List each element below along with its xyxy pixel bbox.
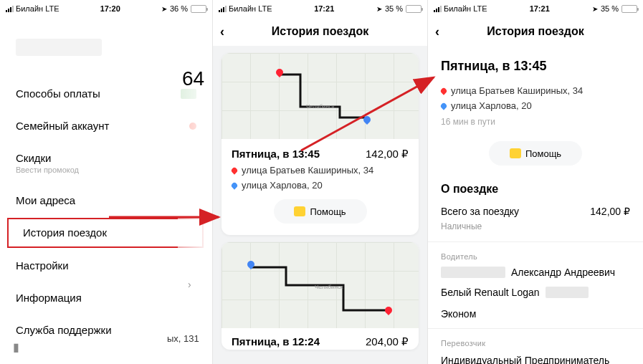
trip-heading: Пятница, в 13:45 bbox=[428, 46, 643, 81]
bookmark-icon[interactable]: ▮ bbox=[13, 340, 19, 354]
redacted-surname bbox=[441, 267, 505, 278]
carrier-label: Билайн bbox=[16, 4, 43, 13]
help-button[interactable]: Помощь bbox=[489, 141, 582, 166]
peek-address: ых, 131 bbox=[167, 333, 199, 344]
clock: 17:20 bbox=[100, 4, 120, 13]
trip-from: улица Братьев Кашириных, 34 bbox=[232, 165, 409, 176]
menu-discounts-sub: Ввести промокод bbox=[16, 166, 79, 174]
battery-icon bbox=[621, 5, 637, 13]
trip-to-text: улица Харлова, 20 bbox=[242, 180, 323, 191]
location-icon: ➤ bbox=[376, 5, 382, 13]
clock: 17:21 bbox=[314, 4, 334, 13]
network-label: LTE bbox=[45, 4, 59, 13]
help-button[interactable]: Помощь bbox=[274, 199, 367, 224]
driver-name-row: Александр Андреевич bbox=[428, 264, 643, 281]
carrier-label: Билайн bbox=[229, 4, 256, 13]
menu-info-label: Информация bbox=[16, 292, 82, 304]
navbar: ‹ История поездок bbox=[213, 17, 427, 46]
signal-icon bbox=[219, 6, 227, 12]
tariff-row: Эконом bbox=[428, 304, 643, 324]
trip-duration: 16 мин в пути bbox=[428, 111, 643, 130]
profile-placeholder bbox=[16, 39, 102, 56]
battery-pct: 35 % bbox=[601, 4, 619, 13]
carrier-row: Индивидуальный Предприниматель bbox=[428, 350, 643, 364]
screen-trip-detail: Билайн LTE 17:21 ➤ 35 % ‹ История поездо… bbox=[428, 0, 643, 364]
battery-icon bbox=[406, 5, 421, 13]
chevron-right-icon: › bbox=[188, 279, 191, 290]
menu-family-label: Семейный аккаунт bbox=[16, 120, 109, 132]
status-bar: Билайн LTE 17:21 ➤ 35 % bbox=[428, 0, 643, 17]
page-title: История поездок bbox=[487, 25, 584, 38]
trip-card[interactable]: Челябинск Пятница, в 12:24 204,00 ₽ bbox=[222, 242, 419, 350]
battery-pct: 36 % bbox=[170, 4, 188, 13]
back-button[interactable]: ‹ bbox=[220, 24, 224, 39]
trip-from-text: улица Братьев Кашириных, 34 bbox=[242, 165, 373, 176]
total-value: 142,00 ₽ bbox=[590, 206, 630, 217]
map-city-label: Челябинск bbox=[306, 103, 334, 110]
menu-discounts-label: Скидки bbox=[16, 152, 79, 164]
route-line bbox=[272, 67, 372, 125]
battery-pct: 35 % bbox=[385, 4, 403, 13]
chat-icon bbox=[510, 148, 521, 158]
navbar: ‹ История поездок bbox=[428, 17, 643, 46]
menu-settings-label: Настройки bbox=[16, 259, 69, 272]
origin-dot-icon bbox=[230, 166, 238, 174]
trip-datetime: Пятница, в 12:24 bbox=[232, 335, 320, 348]
driver-section-label: Водитель bbox=[428, 246, 643, 264]
trip-map: Челябинск bbox=[222, 242, 419, 328]
screen-menu: Билайн LTE 17:20 ➤ 36 % Способы оплаты С… bbox=[0, 0, 213, 364]
status-bar: Билайн LTE 17:20 ➤ 36 % bbox=[0, 0, 212, 17]
dest-dot-icon bbox=[439, 102, 447, 110]
trip-price: 142,00 ₽ bbox=[366, 148, 409, 161]
help-label: Помощь bbox=[525, 148, 561, 159]
trip-to: улица Харлова, 20 bbox=[232, 180, 409, 191]
driver-name: Александр Андреевич bbox=[511, 267, 615, 278]
car-model: Белый Renault Logan bbox=[441, 287, 540, 298]
trip-price: 204,00 ₽ bbox=[366, 335, 409, 348]
location-icon: ➤ bbox=[161, 5, 167, 13]
trip-from: улица Братьев Кашириных, 34 bbox=[428, 85, 643, 96]
map-city-label: Челябинск bbox=[315, 284, 343, 290]
page-title: История поездок bbox=[272, 25, 368, 38]
signal-icon bbox=[6, 6, 14, 12]
trip-to: улица Харлова, 20 bbox=[428, 100, 643, 111]
screen-history-list: Билайн LTE 17:21 ➤ 35 % ‹ История поездо… bbox=[213, 0, 428, 364]
payment-method: Наличные bbox=[428, 221, 643, 237]
trip-datetime: Пятница, в 13:45 bbox=[232, 148, 320, 160]
trip-map: Челябинск bbox=[222, 53, 419, 139]
chat-icon bbox=[294, 206, 305, 216]
menu-history-label: История поездок bbox=[23, 226, 107, 239]
menu-support-label: Служба поддержки bbox=[16, 324, 112, 336]
location-icon: ➤ bbox=[592, 5, 598, 13]
help-label: Помощь bbox=[310, 206, 346, 217]
total-row: Всего за поездку 142,00 ₽ bbox=[428, 201, 643, 221]
total-label: Всего за поездку bbox=[441, 206, 519, 217]
map-peek: 64 › ых, 131 bbox=[178, 17, 212, 364]
divider bbox=[428, 328, 643, 329]
battery-icon bbox=[191, 5, 206, 13]
redacted-plate bbox=[546, 287, 589, 298]
menu-history-highlighted[interactable]: История поездок bbox=[7, 218, 204, 248]
clock: 17:21 bbox=[530, 4, 550, 13]
car-row: Белый Renault Logan bbox=[428, 281, 643, 304]
menu-addresses-label: Мои адреса bbox=[16, 194, 75, 206]
peek-number: 64 bbox=[182, 67, 204, 90]
trip-to-text: улица Харлова, 20 bbox=[451, 100, 532, 111]
carrier-label: Билайн bbox=[444, 4, 471, 13]
divider bbox=[428, 241, 643, 242]
signal-icon bbox=[434, 6, 442, 12]
network-label: LTE bbox=[473, 4, 487, 13]
carrier-section-label: Перевозчик bbox=[428, 333, 643, 350]
trip-from-text: улица Братьев Кашириных, 34 bbox=[451, 85, 583, 96]
origin-dot-icon bbox=[439, 87, 447, 95]
trip-card[interactable]: Челябинск Пятница, в 13:45 142,00 ₽ улиц… bbox=[222, 53, 419, 235]
about-heading: О поездке bbox=[428, 171, 643, 201]
status-bar: Билайн LTE 17:21 ➤ 35 % bbox=[213, 0, 427, 17]
network-label: LTE bbox=[258, 4, 272, 13]
dest-dot-icon bbox=[230, 181, 238, 189]
menu-payment-label: Способы оплаты bbox=[16, 87, 100, 100]
back-button[interactable]: ‹ bbox=[435, 24, 439, 39]
